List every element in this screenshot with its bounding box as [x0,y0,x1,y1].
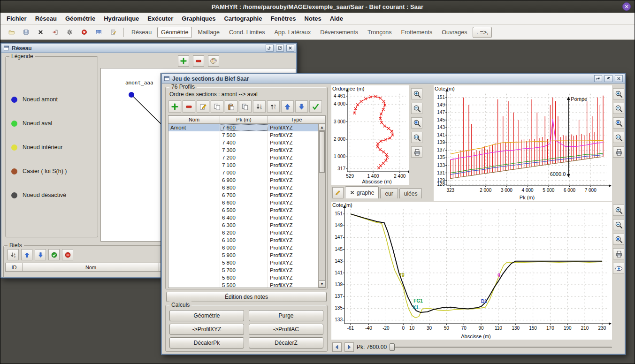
menu-fen-tres[interactable]: Fenêtres [266,13,300,24]
zoom-in-button[interactable] [613,88,624,99]
table-row[interactable]: 6 700 ProfilXYZ [168,191,318,199]
cell-nom[interactable] [168,154,220,161]
apply-circle-button[interactable] [48,249,60,260]
cell-nom[interactable] [168,244,220,251]
cell-pk[interactable]: 7 200 [220,154,268,161]
zoom-reset-button[interactable]: 1:1 [411,132,422,143]
zoom-out-button[interactable] [411,103,422,114]
zoom-box-button[interactable] [613,234,624,245]
cell-type[interactable]: ProfilXYZ [268,244,318,251]
export-run-button[interactable] [49,26,61,38]
toolbar-tron-ons[interactable]: Tronçons [364,27,396,38]
cell-nom[interactable] [168,139,220,146]
cell-pk[interactable]: 6 900 [220,176,268,184]
window-maximize-icon[interactable] [604,75,612,82]
toolbar-maillage[interactable]: Maillage [194,27,223,38]
calc-d-calerpk-button[interactable]: DécalerPk [169,337,244,349]
cell-nom[interactable] [168,251,220,259]
add-button[interactable] [178,55,189,67]
cell-nom[interactable] [168,176,220,184]
zoom-box-button[interactable] [613,117,624,129]
toolbar-app-lat-raux[interactable]: App. Latéraux [270,27,314,38]
cell-nom[interactable] [168,191,220,199]
node-amont[interactable] [129,92,134,98]
settings-button[interactable] [63,26,76,38]
cell-pk[interactable]: 7 500 [220,131,268,139]
cell-nom[interactable] [168,131,220,139]
profils-column-pk-m[interactable]: Pk (m) [220,116,268,124]
cell-type[interactable]: ProfilXYZ [268,199,318,206]
window-restore-icon[interactable] [266,45,274,52]
cell-pk[interactable]: 6 100 [220,236,268,244]
close-icon[interactable]: ✕ [622,2,631,11]
cell-nom[interactable] [168,274,220,281]
add-button[interactable] [168,100,181,113]
cell-type[interactable]: ProfilXYZ [268,274,318,281]
cell-pk[interactable]: 6 600 [220,199,268,206]
cell-type[interactable]: ProfilXYZ [268,191,318,199]
cell-pk[interactable]: 5 900 [220,251,268,259]
cell-type[interactable]: ProfilXYZ [268,184,318,191]
table-row[interactable]: 5 700 ProfilXYZ [168,266,318,274]
profils-column-nom[interactable]: Nom [168,116,220,124]
table-row[interactable]: 7 300 ProfilXYZ [168,146,318,154]
cell-type[interactable]: ProfilXYZ [268,154,318,161]
table-row[interactable]: 5 500 ProfilXYZ [168,281,318,288]
cell-pk[interactable]: 6 500 [220,206,268,214]
graph-tab-graphe[interactable]: graphe [345,186,379,198]
profils-table-scrollbar[interactable]: ▲ ▼ [318,124,325,288]
cell-nom[interactable] [168,184,220,191]
cell-pk[interactable]: 7 100 [220,161,268,169]
table-row[interactable]: 6 600 ProfilXYZ [168,199,318,206]
move-up-button[interactable] [281,100,294,113]
cell-type[interactable]: ProfilXYZ [268,221,318,229]
table-row[interactable]: 6 500 ProfilXYZ [168,206,318,214]
menu-fichier[interactable]: Fichier [2,13,31,24]
move-down-button[interactable] [35,249,46,260]
cell-type[interactable]: ProfilXYZ [268,176,318,184]
move-up-button[interactable] [21,249,32,260]
cell-type[interactable]: ProfilXYZ [268,169,318,176]
reseau-titlebar[interactable]: Réseau [1,44,296,53]
grid-button[interactable] [92,26,105,38]
cell-type[interactable]: ProfilXYZ [268,146,318,154]
calc-g-om-trie-button[interactable]: Géométrie [169,310,244,321]
menu-notes[interactable]: Notes [300,13,326,24]
cell-nom[interactable] [168,236,220,244]
sort-asc-button[interactable]: 91 [267,100,280,113]
calc-d-calerz-button[interactable]: DécalerZ [249,337,323,349]
pk-slider-track[interactable] [390,347,612,348]
table-row[interactable]: 5 900 ProfilXYZ [168,251,318,259]
sections-titlebar[interactable]: Jeu de sections du Bief Saar [162,74,625,83]
remove-circle-button[interactable] [62,249,73,260]
save-button[interactable] [20,26,32,38]
profils-column-type[interactable]: Type [268,116,325,124]
move-down-button[interactable] [295,100,308,113]
print-button[interactable] [613,248,624,259]
calc-profilxyz-button[interactable]: ->ProfilXYZ [169,324,244,335]
cell-pk[interactable]: 6 200 [220,229,268,236]
table-row[interactable]: 7 500 ProfilXYZ [168,131,318,139]
zoom-out-button[interactable] [613,219,624,230]
cell-nom[interactable] [168,206,220,214]
remove-button[interactable] [183,100,195,113]
table-row[interactable]: 6 300 ProfilXYZ [168,221,318,229]
menu-hydraulique[interactable]: Hydraulique [99,13,143,24]
cell-nom[interactable] [168,199,220,206]
menu-graphiques[interactable]: Graphiques [177,13,220,24]
table-row[interactable]: 7 000 ProfilXYZ [168,169,318,176]
scroll-down-icon[interactable]: ▼ [319,281,325,288]
menu-aide[interactable]: Aide [326,13,347,24]
delete-button[interactable] [34,26,47,38]
paste-button[interactable] [225,100,237,113]
pencil-button[interactable] [332,187,344,198]
toolbar-frottements[interactable]: Frottements [398,27,436,38]
table-row[interactable]: 7 400 ProfilXYZ [168,139,318,146]
menu-r-seau[interactable]: Réseau [31,13,61,24]
cell-type[interactable]: ProfilXYZ [268,236,318,244]
table-row[interactable]: Amont 7 600 ProfilXYZ [168,124,318,131]
cell-type[interactable]: ProfilXYZ [268,281,318,288]
window-maximize-icon[interactable] [276,45,284,52]
cell-pk[interactable]: 5 500 [220,281,268,288]
scrollbar-thumb[interactable] [319,131,325,173]
